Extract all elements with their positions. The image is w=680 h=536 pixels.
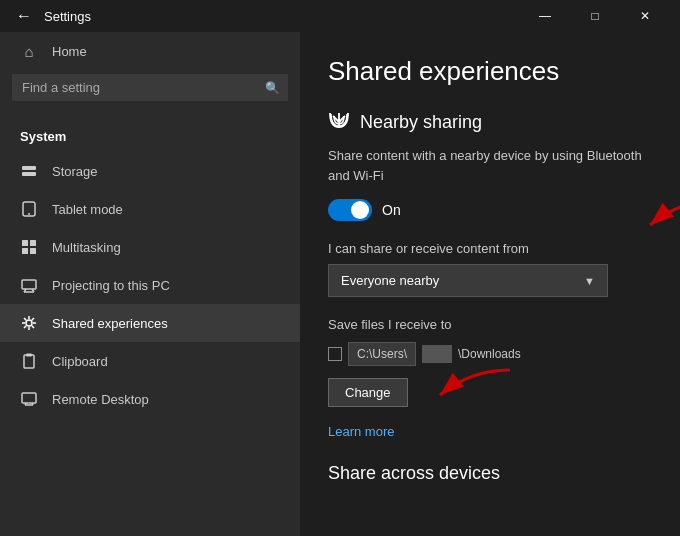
svg-rect-22 xyxy=(26,354,32,357)
shared-experiences-icon xyxy=(20,314,38,332)
remote-desktop-icon xyxy=(20,390,38,408)
sidebar-item-storage[interactable]: Storage xyxy=(0,152,300,190)
svg-line-20 xyxy=(24,326,26,328)
svg-point-3 xyxy=(28,213,30,215)
svg-line-17 xyxy=(24,318,26,320)
sidebar-item-home[interactable]: ⌂ Home xyxy=(0,32,300,70)
file-path-end: \Downloads xyxy=(458,347,521,361)
dropdown-value: Everyone nearby xyxy=(341,273,439,288)
sidebar-nav: System Storage Tablet mode xyxy=(0,113,300,536)
change-button[interactable]: Change xyxy=(328,378,408,407)
nearby-toggle-row: On xyxy=(328,199,652,221)
toggle-label: On xyxy=(382,202,401,218)
sidebar: ⌂ Home 🔍 System Storage xyxy=(0,32,300,536)
learn-more-link[interactable]: Learn more xyxy=(328,424,394,439)
window-controls: — □ ✕ xyxy=(522,0,668,32)
svg-line-19 xyxy=(32,318,34,320)
search-input[interactable] xyxy=(12,74,288,101)
tablet-icon xyxy=(20,200,38,218)
file-path-start: C:\Users\ xyxy=(348,342,416,366)
sidebar-item-label: Projecting to this PC xyxy=(52,278,170,293)
page-title: Shared experiences xyxy=(328,56,652,87)
svg-rect-5 xyxy=(30,240,36,246)
content-panel: Shared experiences Nearby sharing Share … xyxy=(300,32,680,536)
sidebar-item-projecting[interactable]: Projecting to this PC xyxy=(0,266,300,304)
svg-rect-4 xyxy=(22,240,28,246)
svg-rect-8 xyxy=(22,280,36,289)
sidebar-item-tablet[interactable]: Tablet mode xyxy=(0,190,300,228)
svg-rect-0 xyxy=(22,166,36,170)
sidebar-item-label: Clipboard xyxy=(52,354,108,369)
system-section-label: System xyxy=(0,113,300,152)
search-box: 🔍 xyxy=(12,74,288,101)
dropdown-arrow-icon: ▼ xyxy=(584,275,595,287)
svg-point-12 xyxy=(26,320,32,326)
nearby-sharing-icon xyxy=(328,111,350,134)
sidebar-item-label: Multitasking xyxy=(52,240,121,255)
close-button[interactable]: ✕ xyxy=(622,0,668,32)
share-from-dropdown[interactable]: Everyone nearby ▼ xyxy=(328,264,608,297)
sidebar-item-shared-experiences[interactable]: Shared experiences xyxy=(0,304,300,342)
search-icon: 🔍 xyxy=(265,81,280,95)
nearby-sharing-description: Share content with a nearby device by us… xyxy=(328,146,652,185)
sidebar-item-label: Home xyxy=(52,44,87,59)
minimize-button[interactable]: — xyxy=(522,0,568,32)
home-icon: ⌂ xyxy=(20,42,38,60)
sidebar-item-label: Storage xyxy=(52,164,98,179)
sidebar-item-label: Tablet mode xyxy=(52,202,123,217)
share-from-label: I can share or receive content from xyxy=(328,241,652,256)
annotation-arrow-2 xyxy=(430,360,520,413)
svg-rect-1 xyxy=(22,172,36,176)
svg-line-18 xyxy=(32,326,34,328)
storage-icon xyxy=(20,162,38,180)
multitasking-icon xyxy=(20,238,38,256)
sidebar-item-multitasking[interactable]: Multitasking xyxy=(0,228,300,266)
toggle-knob xyxy=(351,201,369,219)
sidebar-item-remote-desktop[interactable]: Remote Desktop xyxy=(0,380,300,418)
share-across-title: Share across devices xyxy=(328,463,652,484)
sidebar-item-label: Shared experiences xyxy=(52,316,168,331)
sidebar-item-label: Remote Desktop xyxy=(52,392,149,407)
nearby-sharing-header: Nearby sharing xyxy=(328,111,652,134)
svg-rect-6 xyxy=(22,248,28,254)
svg-rect-21 xyxy=(24,355,34,368)
back-button[interactable]: ← xyxy=(12,4,36,28)
save-files-checkbox[interactable] xyxy=(328,347,342,361)
titlebar: ← Settings — □ ✕ xyxy=(0,0,680,32)
clipboard-icon xyxy=(20,352,38,370)
main-layout: ⌂ Home 🔍 System Storage xyxy=(0,32,680,536)
save-files-label: Save files I receive to xyxy=(328,317,652,332)
sidebar-item-clipboard[interactable]: Clipboard xyxy=(0,342,300,380)
svg-rect-7 xyxy=(30,248,36,254)
app-title: Settings xyxy=(44,9,522,24)
svg-point-29 xyxy=(337,119,341,123)
annotation-arrow-1 xyxy=(640,190,680,243)
projecting-icon xyxy=(20,276,38,294)
svg-rect-23 xyxy=(22,393,36,403)
maximize-button[interactable]: □ xyxy=(572,0,618,32)
nearby-toggle[interactable] xyxy=(328,199,372,221)
nearby-sharing-title: Nearby sharing xyxy=(360,112,482,133)
